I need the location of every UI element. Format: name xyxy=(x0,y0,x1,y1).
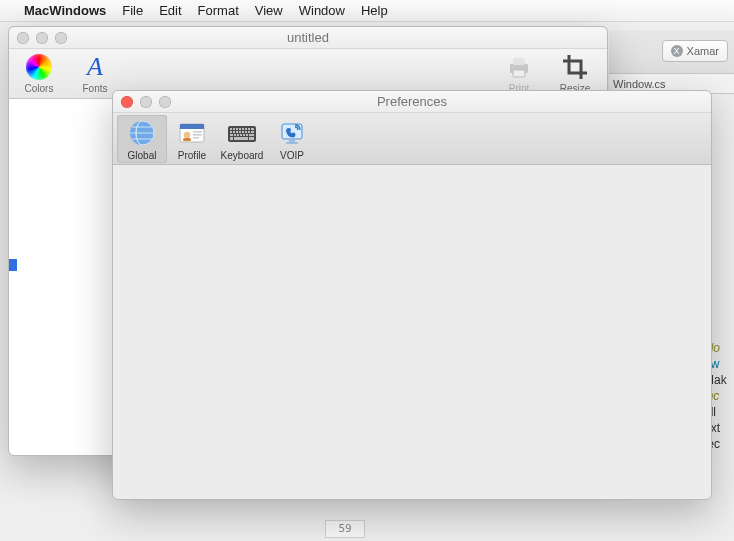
pref-toolbar: Global Profile Keyboard VOIP xyxy=(113,113,711,165)
toolbar-colors-label: Colors xyxy=(25,83,54,94)
svg-rect-14 xyxy=(236,128,238,130)
app-menu[interactable]: MacWindows xyxy=(24,3,106,18)
svg-point-6 xyxy=(184,132,190,138)
svg-rect-23 xyxy=(239,131,241,133)
svg-rect-5 xyxy=(180,124,204,129)
svg-rect-27 xyxy=(251,131,254,133)
pref-content-area xyxy=(113,165,711,499)
svg-rect-28 xyxy=(230,134,233,136)
svg-rect-34 xyxy=(249,134,254,136)
xamarin-icon: X xyxy=(671,45,683,57)
svg-rect-32 xyxy=(243,134,245,136)
preferences-window: Preferences Global Profile Keyboard VOIP xyxy=(112,90,712,500)
svg-rect-10 xyxy=(193,137,199,139)
menu-window[interactable]: Window xyxy=(299,3,345,18)
svg-rect-12 xyxy=(230,128,232,130)
menu-view[interactable]: View xyxy=(255,3,283,18)
svg-rect-35 xyxy=(230,137,233,140)
toolbar-fonts[interactable]: A Fonts xyxy=(73,52,117,94)
pref-tab-keyboard-label: Keyboard xyxy=(221,150,264,161)
menu-file[interactable]: File xyxy=(122,3,143,18)
main-titlebar[interactable]: untitled xyxy=(9,27,607,49)
svg-rect-8 xyxy=(193,131,202,133)
toolbar-resize[interactable]: Resize xyxy=(553,52,597,94)
svg-rect-30 xyxy=(237,134,239,136)
svg-rect-22 xyxy=(236,131,238,133)
svg-rect-39 xyxy=(289,139,295,142)
menu-edit[interactable]: Edit xyxy=(159,3,181,18)
svg-rect-9 xyxy=(193,134,202,136)
svg-rect-36 xyxy=(234,137,248,140)
voip-icon xyxy=(275,117,309,149)
svg-rect-21 xyxy=(233,131,235,133)
toolbar-colors[interactable]: Colors xyxy=(17,52,61,94)
svg-rect-19 xyxy=(251,128,254,130)
profile-icon xyxy=(175,117,209,149)
fonts-icon: A xyxy=(87,54,103,80)
color-wheel-icon xyxy=(26,54,52,80)
svg-rect-16 xyxy=(242,128,244,130)
ide-xamarin-button[interactable]: X Xamar xyxy=(662,40,728,62)
pref-tab-global[interactable]: Global xyxy=(117,115,167,163)
menu-bar: MacWindows File Edit Format View Window … xyxy=(0,0,734,22)
svg-rect-1 xyxy=(513,58,525,65)
svg-rect-7 xyxy=(183,138,191,141)
pref-window-title: Preferences xyxy=(113,94,711,109)
pref-tab-voip-label: VOIP xyxy=(280,150,304,161)
toolbar-fonts-label: Fonts xyxy=(82,83,107,94)
svg-rect-40 xyxy=(286,142,298,144)
menu-format[interactable]: Format xyxy=(198,3,239,18)
globe-icon xyxy=(125,117,159,149)
selection-marker xyxy=(9,259,17,271)
pref-tab-keyboard[interactable]: Keyboard xyxy=(217,115,267,163)
svg-rect-2 xyxy=(513,70,525,77)
pref-tab-global-label: Global xyxy=(128,150,157,161)
toolbar-print[interactable]: Print xyxy=(497,52,541,94)
svg-rect-20 xyxy=(230,131,232,133)
svg-rect-15 xyxy=(239,128,241,130)
pref-tab-profile[interactable]: Profile xyxy=(167,115,217,163)
ide-toolbar: X Xamar xyxy=(609,30,734,74)
svg-rect-25 xyxy=(245,131,247,133)
svg-rect-24 xyxy=(242,131,244,133)
pref-titlebar[interactable]: Preferences xyxy=(113,91,711,113)
menu-help[interactable]: Help xyxy=(361,3,388,18)
svg-rect-31 xyxy=(240,134,242,136)
svg-rect-17 xyxy=(245,128,247,130)
svg-rect-29 xyxy=(234,134,236,136)
svg-rect-26 xyxy=(248,131,250,133)
svg-rect-33 xyxy=(246,134,248,136)
svg-rect-37 xyxy=(249,137,254,140)
main-window-title: untitled xyxy=(9,30,607,45)
pref-tab-voip[interactable]: VOIP xyxy=(267,115,317,163)
ide-file-tab-label: Window.cs xyxy=(613,78,666,90)
keyboard-icon xyxy=(225,117,259,149)
crop-icon xyxy=(559,52,591,82)
ide-line-gutter: 59 xyxy=(325,520,365,538)
svg-rect-18 xyxy=(248,128,250,130)
svg-rect-13 xyxy=(233,128,235,130)
ide-button-label: Xamar xyxy=(687,45,719,57)
pref-tab-profile-label: Profile xyxy=(178,150,206,161)
printer-icon xyxy=(503,52,535,82)
